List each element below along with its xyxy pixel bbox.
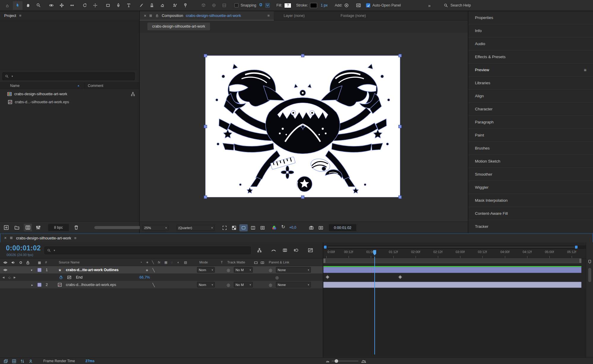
work-area-bar[interactable] [323,258,581,263]
adjust-levels-icon[interactable] [36,225,41,230]
track-matte-pickwhip-icon[interactable]: ◎ [227,282,230,287]
switch-adjustment-icon[interactable]: ◐ [177,260,179,264]
channel-select-icon[interactable] [271,225,277,231]
pen-tool-button[interactable] [113,1,123,10]
fill-swatch[interactable]: ? [284,3,291,8]
add-shape-icon[interactable] [344,3,349,8]
snap-beyond-icon[interactable] [265,3,270,8]
graph-editor-icon[interactable] [308,248,313,253]
panel-item-tracker[interactable]: Tracker [468,220,593,233]
selection-handle-bottom-left[interactable] [204,195,207,199]
panel-item-properties[interactable]: Properties [468,11,593,24]
column-mode[interactable]: Mode [199,260,208,264]
pan-camera-tool-button[interactable] [57,1,66,10]
blend-mode-dropdown[interactable]: Norn▾ [197,282,215,287]
switch-collapse-icon[interactable]: ∗ [146,260,149,264]
auto-open-checkbox[interactable] [366,3,370,7]
work-area-start-handle[interactable] [324,259,325,263]
axis-mode-local-button[interactable] [198,1,208,10]
render-multi-frame-icon[interactable] [4,359,8,363]
search-options-caret-icon[interactable]: ▾ [54,249,55,252]
breadcrumb[interactable]: crabs-design-silhouette-art-work [147,23,210,30]
transparency-grid-button[interactable] [230,224,238,231]
keyframe-toggle-icon[interactable]: ◇ [8,276,11,279]
layer-name[interactable]: crabs-d...lhouette-art-work.eps [66,283,116,287]
stroke-width-value[interactable]: 1 px [321,3,328,7]
axis-mode-world-button[interactable] [209,1,219,10]
composition-profiler-icon[interactable] [12,359,16,363]
parent-pickwhip-icon[interactable]: ◎ [269,282,272,287]
column-number[interactable]: # [45,260,47,264]
expand-chevron-icon[interactable]: ▾ [31,268,32,271]
track-matte-dropdown[interactable]: No M▾ [234,267,253,273]
property-name[interactable]: End [76,275,82,279]
resolution-dropdown[interactable]: (Quarter)▾ [177,225,214,231]
snapshot-camera-icon[interactable] [309,225,314,230]
quality-switch-icon[interactable]: ╲ [152,282,155,287]
orbit-camera-tool-button[interactable] [46,1,56,10]
column-name[interactable]: Name [10,84,20,88]
panel-item-mask-interpolation[interactable]: Mask Interpolation [468,194,593,207]
track-matte-pickwhip-icon[interactable]: ◎ [227,268,230,272]
parent-dropdown[interactable]: None▾ [276,267,311,273]
eraser-tool-button[interactable] [157,1,167,10]
video-eye-icon[interactable] [3,260,8,265]
panel-item-align[interactable]: Align [468,90,593,103]
project-scrollbar[interactable] [94,226,144,229]
close-tab-icon[interactable]: × [4,236,7,240]
pan-behind-tool-button[interactable] [90,1,100,10]
navigator-end-handle[interactable] [575,246,578,249]
sort-ascending-icon[interactable]: ▴ [78,84,79,87]
dolly-camera-tool-button[interactable] [67,1,77,10]
time-ruler[interactable]: 0:00f 00:12f 01:00f 01:12f 02:00f 02:12f… [323,249,586,258]
property-graph-icon[interactable] [67,275,71,279]
panel-item-effects-presets[interactable]: Effects & Presets [468,50,593,63]
lock-icon[interactable] [26,260,30,265]
project-tab[interactable]: Project ≡ [0,11,139,20]
performance-user-icon[interactable] [28,359,33,363]
toggle-panel-icon[interactable] [356,3,361,8]
search-options-caret-icon[interactable]: ▾ [12,75,13,78]
parent-dropdown[interactable]: None▾ [276,282,311,287]
blend-mode-dropdown[interactable]: Norn▾ [197,267,215,273]
panel-item-info[interactable]: Info [468,24,593,37]
switch-quality-icon[interactable]: ╲ [152,260,154,264]
hide-shy-layers-icon[interactable] [271,248,276,253]
close-tab-icon[interactable]: × [144,14,146,18]
composition-canvas[interactable] [205,55,400,197]
collapse-switch-icon[interactable]: ∗ [145,268,148,272]
label-column-icon[interactable] [37,261,42,265]
audio-speaker-icon[interactable] [11,260,15,265]
layer-2-duration-bar[interactable] [323,282,581,288]
rotation-tool-button[interactable] [80,1,90,10]
new-composition-button[interactable] [24,224,32,231]
project-search-input[interactable]: ▾ [2,72,135,80]
toggle-switches-icon[interactable] [254,261,258,265]
work-area-end-handle[interactable] [579,259,581,263]
expand-chevron-icon[interactable]: ▸ [31,283,33,286]
stopwatch-icon[interactable] [59,275,63,279]
axis-mode-view-button[interactable] [219,1,229,10]
motion-blur-icon[interactable] [294,248,299,253]
keyframe-diamond[interactable] [398,275,402,279]
parent-pickwhip-icon[interactable]: ◎ [269,268,272,272]
column-parent-link[interactable]: Parent & Link [269,260,289,264]
region-of-interest-button[interactable] [220,224,229,231]
selection-handle-bottom-center[interactable] [301,195,304,199]
solo-icon[interactable] [18,260,23,265]
selection-handle-top-right[interactable] [398,54,402,57]
panel-item-paint[interactable]: Paint [468,129,593,142]
magnification-dropdown[interactable]: 25%▾ [142,225,168,231]
panel-item-audio[interactable]: Audio [468,37,593,50]
keyframe-diamond[interactable] [325,275,330,279]
layer-row-2[interactable]: ▸ 2 crabs-d...lhouette-art-work.eps ╲ No… [0,281,323,288]
current-time-indicator-line[interactable] [374,257,375,355]
footage-viewer-tab[interactable]: Footage (none) [341,14,366,18]
view-layout-button[interactable] [249,224,257,231]
composition-tab[interactable]: × Composition crabs-design-silhouette-ar… [140,11,274,20]
type-tool-button[interactable] [124,1,133,10]
property-value[interactable]: 66,7% [139,275,150,279]
panel-item-content-aware-fill[interactable]: Content-Aware Fill [468,207,593,220]
selection-handle-bottom-right[interactable] [398,195,402,199]
keyframe-prev-icon[interactable]: ◀ [2,276,4,279]
